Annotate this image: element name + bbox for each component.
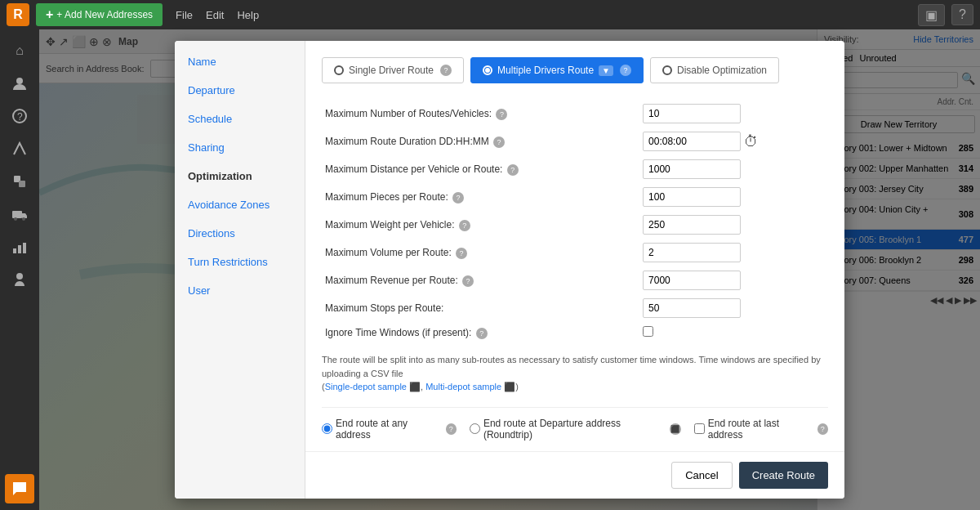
form-row-time-windows: Ignore Time Windows (if present): ? bbox=[322, 322, 828, 343]
single-driver-tab[interactable]: Single Driver Route ? bbox=[322, 57, 464, 83]
single-depot-link[interactable]: Single-depot sample bbox=[325, 382, 407, 391]
menu-help[interactable]: Help bbox=[237, 9, 259, 21]
modal-nav-avoidance[interactable]: Avoidance Zones bbox=[175, 190, 305, 219]
sidebar-home[interactable]: ⌂ bbox=[5, 36, 34, 65]
add-new-addresses-button[interactable]: + + Add New Addresses bbox=[36, 3, 163, 26]
end-at-any-option[interactable]: End route at any address ? bbox=[322, 418, 457, 441]
max-revenue-input[interactable] bbox=[643, 271, 741, 290]
end-last-help-icon[interactable]: ? bbox=[817, 423, 828, 435]
end-departure-label: End route at Departure address (Roundtri… bbox=[483, 418, 665, 441]
sidebar-person[interactable] bbox=[5, 265, 34, 294]
modal-nav-optimization[interactable]: Optimization bbox=[175, 162, 305, 190]
modal-nav-name[interactable]: Name bbox=[175, 47, 305, 76]
max-routes-input[interactable] bbox=[643, 104, 741, 123]
modal-dialog: Name Departure Schedule Sharing Optimiza… bbox=[175, 41, 844, 499]
modal-nav-departure[interactable]: Departure bbox=[175, 76, 305, 105]
end-departure-radio[interactable] bbox=[470, 423, 480, 434]
add-button-label: + Add New Addresses bbox=[56, 9, 153, 20]
time-windows-help-icon[interactable]: ? bbox=[476, 328, 488, 339]
max-volume-input[interactable] bbox=[643, 243, 741, 262]
form-row-stops: Maximum Stops per Route: bbox=[322, 294, 828, 322]
end-last-label: End route at last address bbox=[708, 418, 813, 441]
end-any-radio[interactable] bbox=[322, 423, 332, 434]
modal-nav-sharing[interactable]: Sharing bbox=[175, 133, 305, 162]
left-sidebar: ⌂ ? bbox=[0, 29, 39, 510]
form-row-duration: Maximum Route Duration DD:HH:MM ? ⏱ bbox=[322, 128, 828, 155]
revenue-help-icon[interactable]: ? bbox=[462, 275, 474, 287]
sidebar-route[interactable] bbox=[5, 134, 34, 163]
disable-opt-label: Disable Optimization bbox=[677, 65, 767, 76]
app-logo: R bbox=[7, 3, 29, 26]
max-weight-input[interactable] bbox=[643, 215, 741, 235]
sidebar-tag[interactable] bbox=[5, 167, 34, 196]
menu-file[interactable]: File bbox=[176, 9, 193, 21]
multiple-drivers-tab[interactable]: Multiple Drivers Route ▼ ? bbox=[470, 57, 644, 83]
svg-rect-9 bbox=[18, 245, 21, 253]
max-pieces-input[interactable] bbox=[643, 187, 741, 207]
svg-point-11 bbox=[16, 273, 23, 280]
routes-help-icon[interactable]: ? bbox=[496, 109, 507, 120]
modal-nav-turn-restrictions[interactable]: Turn Restrictions bbox=[175, 248, 305, 276]
disable-optimization-tab[interactable]: Disable Optimization bbox=[650, 57, 779, 83]
svg-point-7 bbox=[22, 217, 25, 221]
monitor-icon[interactable]: ▣ bbox=[918, 4, 945, 26]
modal-nav-directions[interactable]: Directions bbox=[175, 219, 305, 248]
create-route-button[interactable]: Create Route bbox=[739, 462, 828, 489]
time-windows-label: Ignore Time Windows (if present): ? bbox=[322, 322, 639, 343]
menu-edit[interactable]: Edit bbox=[206, 9, 224, 21]
clock-icon[interactable]: ⏱ bbox=[744, 133, 759, 150]
multiple-drivers-radio[interactable] bbox=[483, 65, 492, 75]
distance-help-icon[interactable]: ? bbox=[507, 164, 519, 176]
note-text-main: The route will be split into as many sub… bbox=[322, 355, 821, 378]
end-at-last-option[interactable]: End route at last address ? bbox=[694, 418, 828, 441]
duration-input-row: ⏱ bbox=[643, 132, 825, 151]
duration-label: Maximum Route Duration DD:HH:MM ? bbox=[322, 128, 639, 155]
volume-help-icon[interactable]: ? bbox=[456, 248, 467, 259]
sidebar-chat[interactable] bbox=[5, 474, 34, 503]
sidebar-truck[interactable] bbox=[5, 199, 34, 229]
duration-help-icon[interactable]: ? bbox=[493, 136, 505, 148]
form-row-revenue: Maximum Revenue per Route: ? bbox=[322, 266, 828, 294]
max-stops-input[interactable] bbox=[643, 298, 741, 318]
modal-footer: Cancel Create Route bbox=[305, 451, 844, 499]
modal-nav-schedule[interactable]: Schedule bbox=[175, 105, 305, 133]
sidebar-users[interactable] bbox=[5, 69, 34, 98]
end-last-checkbox[interactable] bbox=[694, 423, 705, 434]
cancel-button[interactable]: Cancel bbox=[671, 462, 732, 489]
main-area: ✥ ↗ ⬜ ⊕ ⊗ Map Search in Address Book: Vi… bbox=[39, 29, 980, 510]
svg-point-6 bbox=[14, 217, 17, 221]
help-icon[interactable]: ? bbox=[951, 4, 973, 25]
end-at-departure-option[interactable]: End route at Departure address (Roundtri… bbox=[470, 418, 681, 441]
stops-label: Maximum Stops per Route: bbox=[322, 294, 639, 322]
top-right-icons: ▣ ? bbox=[918, 4, 973, 26]
svg-rect-10 bbox=[23, 243, 26, 253]
max-duration-input[interactable] bbox=[643, 132, 741, 151]
weight-help-icon[interactable]: ? bbox=[459, 220, 470, 231]
modal-overlay: Name Departure Schedule Sharing Optimiza… bbox=[39, 29, 980, 510]
sidebar-help[interactable]: ? bbox=[5, 101, 34, 131]
route-type-tabs: Single Driver Route ? Multiple Drivers R… bbox=[322, 57, 828, 83]
revenue-label: Maximum Revenue per Route: ? bbox=[322, 266, 639, 294]
max-distance-input[interactable] bbox=[643, 159, 741, 179]
volume-label: Maximum Volume per Route: ? bbox=[322, 239, 639, 266]
end-any-help-icon[interactable]: ? bbox=[446, 423, 457, 435]
disable-opt-radio[interactable] bbox=[662, 65, 672, 75]
svg-rect-4 bbox=[19, 181, 25, 187]
ignore-time-windows-checkbox[interactable] bbox=[643, 326, 653, 337]
top-menu: File Edit Help bbox=[176, 9, 259, 21]
modal-content: Single Driver Route ? Multiple Drivers R… bbox=[305, 41, 844, 451]
single-driver-radio[interactable] bbox=[334, 65, 344, 75]
modal-nav-user[interactable]: User bbox=[175, 276, 305, 305]
single-driver-label: Single Driver Route bbox=[349, 65, 434, 76]
svg-point-0 bbox=[16, 78, 23, 84]
form-row-volume: Maximum Volume per Route: ? bbox=[322, 239, 828, 266]
svg-text:?: ? bbox=[17, 111, 23, 123]
sidebar-chart[interactable] bbox=[5, 232, 34, 262]
svg-rect-5 bbox=[12, 211, 22, 218]
multiple-drivers-help-icon[interactable]: ? bbox=[620, 65, 631, 76]
optimization-note: The route will be split into as many sub… bbox=[322, 353, 828, 394]
pieces-help-icon[interactable]: ? bbox=[452, 192, 464, 204]
single-driver-help-icon[interactable]: ? bbox=[440, 65, 452, 76]
end-departure-help-icon[interactable]: ⬛ bbox=[670, 423, 680, 435]
multi-depot-link[interactable]: Multi-depot sample bbox=[425, 382, 501, 391]
